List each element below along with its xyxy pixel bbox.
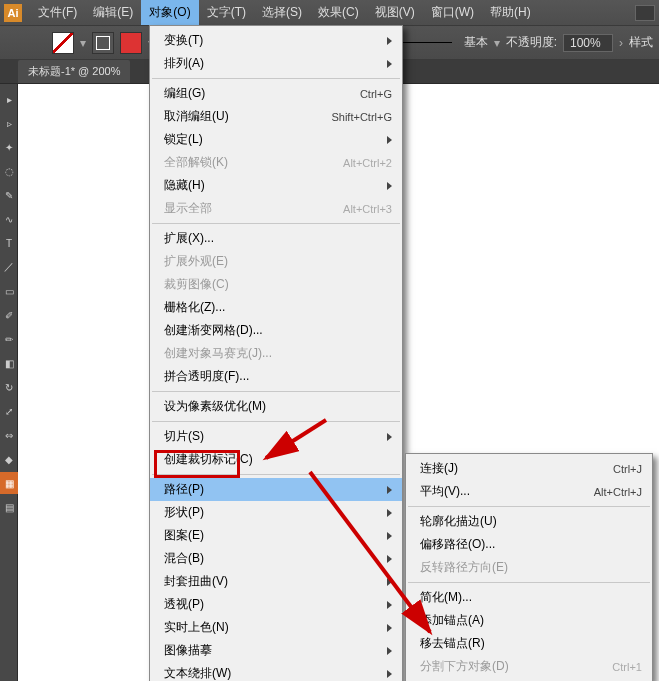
menu-item-label: 添加锚点(A) <box>420 612 642 629</box>
menu-item[interactable]: 移去锚点(R) <box>406 632 652 655</box>
menu-separator <box>152 78 400 79</box>
menu-separator <box>152 421 400 422</box>
menu-edit[interactable]: 编辑(E) <box>85 0 141 25</box>
menu-item[interactable]: 锁定(L) <box>150 128 402 151</box>
menu-select[interactable]: 选择(S) <box>254 0 310 25</box>
menu-file[interactable]: 文件(F) <box>30 0 85 25</box>
menu-item-label: 简化(M)... <box>420 589 642 606</box>
menu-help[interactable]: 帮助(H) <box>482 0 539 25</box>
submenu-arrow-icon <box>387 647 392 655</box>
menu-item: 反转路径方向(E) <box>406 556 652 579</box>
brush-basic-label: 基本 <box>464 34 488 51</box>
submenu-arrow-icon <box>387 136 392 144</box>
menu-item-label: 透视(P) <box>164 596 379 613</box>
menu-item[interactable]: 变换(T) <box>150 29 402 52</box>
tool-lasso-icon[interactable]: ◌ <box>0 160 18 182</box>
menu-item[interactable]: 设为像素级优化(M) <box>150 395 402 418</box>
opacity-input[interactable] <box>563 34 613 52</box>
menu-item-label: 平均(V)... <box>420 483 570 500</box>
menu-type[interactable]: 文字(T) <box>199 0 254 25</box>
menu-item[interactable]: 创建裁切标记(C) <box>150 448 402 471</box>
submenu-arrow-icon <box>387 486 392 494</box>
menu-item-label: 显示全部 <box>164 200 319 217</box>
fill-swatch[interactable] <box>52 32 74 54</box>
menu-item-label: 拼合透明度(F)... <box>164 368 392 385</box>
tool-selection-icon[interactable]: ▸ <box>0 88 18 110</box>
menu-window[interactable]: 窗口(W) <box>423 0 482 25</box>
tool-wand-icon[interactable]: ✦ <box>0 136 18 158</box>
menu-item-label: 切片(S) <box>164 428 379 445</box>
menu-separator <box>408 582 650 583</box>
menu-item[interactable]: 透视(P) <box>150 593 402 616</box>
menu-separator <box>408 506 650 507</box>
workspace-switcher-icon[interactable] <box>635 5 655 21</box>
menu-item: 全部解锁(K)Alt+Ctrl+2 <box>150 151 402 174</box>
menu-item-label: 扩展(X)... <box>164 230 392 247</box>
tool-rect-icon[interactable]: ▭ <box>0 280 18 302</box>
style-label: 样式 <box>629 34 653 51</box>
tool-direct-select-icon[interactable]: ▹ <box>0 112 18 134</box>
menu-item[interactable]: 混合(B) <box>150 547 402 570</box>
tool-eraser-icon[interactable]: ◧ <box>0 352 18 374</box>
menu-item[interactable]: 图像描摹 <box>150 639 402 662</box>
stroke-color-swatch[interactable] <box>120 32 142 54</box>
menu-effect[interactable]: 效果(C) <box>310 0 367 25</box>
menu-item[interactable]: 封套扭曲(V) <box>150 570 402 593</box>
menu-item[interactable]: 轮廓化描边(U) <box>406 510 652 533</box>
menu-item-label: 移去锚点(R) <box>420 635 642 652</box>
menu-item-shortcut: Ctrl+1 <box>612 661 642 673</box>
menu-item[interactable]: 实时上色(N) <box>150 616 402 639</box>
menu-item-label: 连接(J) <box>420 460 589 477</box>
tool-pencil-icon[interactable]: ✏ <box>0 328 18 350</box>
stroke-swatch[interactable] <box>92 32 114 54</box>
menu-item[interactable]: 偏移路径(O)... <box>406 533 652 556</box>
menu-item-label: 取消编组(U) <box>164 108 307 125</box>
submenu-arrow-icon <box>387 532 392 540</box>
tool-line-icon[interactable]: ／ <box>0 256 18 278</box>
tool-pen-icon[interactable]: ✎ <box>0 184 18 206</box>
menu-item[interactable]: 扩展(X)... <box>150 227 402 250</box>
menubar: 文件(F) 编辑(E) 对象(O) 文字(T) 选择(S) 效果(C) 视图(V… <box>30 0 539 25</box>
menu-item-label: 封套扭曲(V) <box>164 573 379 590</box>
tool-gradient-icon[interactable]: ▤ <box>0 496 18 518</box>
menu-item[interactable]: 图案(E) <box>150 524 402 547</box>
menu-item[interactable]: 排列(A) <box>150 52 402 75</box>
menu-item[interactable]: 隐藏(H) <box>150 174 402 197</box>
menu-item[interactable]: 连接(J)Ctrl+J <box>406 457 652 480</box>
menu-item[interactable]: 形状(P) <box>150 501 402 524</box>
tool-width-icon[interactable]: ⇔ <box>0 424 18 446</box>
document-tab[interactable]: 未标题-1* @ 200% <box>18 60 130 83</box>
tool-shapebuilder-icon[interactable]: ◆ <box>0 448 18 470</box>
menu-item[interactable]: 切片(S) <box>150 425 402 448</box>
menu-item[interactable]: 添加锚点(A) <box>406 609 652 632</box>
tool-scale-icon[interactable]: ⤢ <box>0 400 18 422</box>
menu-item[interactable]: 文本绕排(W) <box>150 662 402 681</box>
tool-brush-icon[interactable]: ✐ <box>0 304 18 326</box>
submenu-arrow-icon <box>387 509 392 517</box>
tool-curve-icon[interactable]: ∿ <box>0 208 18 230</box>
menu-item-label: 路径(P) <box>164 481 379 498</box>
menu-item[interactable]: 创建渐变网格(D)... <box>150 319 402 342</box>
menu-item[interactable]: 拼合透明度(F)... <box>150 365 402 388</box>
menu-item-label: 扩展外观(E) <box>164 253 392 270</box>
tool-rotate-icon[interactable]: ↻ <box>0 376 18 398</box>
menu-item-label: 创建对象马赛克(J)... <box>164 345 392 362</box>
menu-item[interactable]: 编组(G)Ctrl+G <box>150 82 402 105</box>
menu-item[interactable]: 栅格化(Z)... <box>150 296 402 319</box>
menu-item-shortcut: Ctrl+J <box>613 463 642 475</box>
tool-type-icon[interactable]: T <box>0 232 18 254</box>
menu-item[interactable]: 平均(V)...Alt+Ctrl+J <box>406 480 652 503</box>
menu-view[interactable]: 视图(V) <box>367 0 423 25</box>
submenu-arrow-icon <box>387 433 392 441</box>
menu-item[interactable]: 简化(M)... <box>406 586 652 609</box>
menu-item-label: 创建裁切标记(C) <box>164 451 392 468</box>
submenu-arrow-icon <box>387 578 392 586</box>
menu-item-shortcut: Alt+Ctrl+2 <box>343 157 392 169</box>
menu-item-label: 轮廓化描边(U) <box>420 513 642 530</box>
menu-item[interactable]: 路径(P) <box>150 478 402 501</box>
menu-item-shortcut: Ctrl+G <box>360 88 392 100</box>
menu-item-shortcut: Alt+Ctrl+J <box>594 486 642 498</box>
menu-item[interactable]: 取消编组(U)Shift+Ctrl+G <box>150 105 402 128</box>
tool-mesh-icon[interactable]: ▦ <box>0 472 18 494</box>
menu-object[interactable]: 对象(O) <box>141 0 198 25</box>
